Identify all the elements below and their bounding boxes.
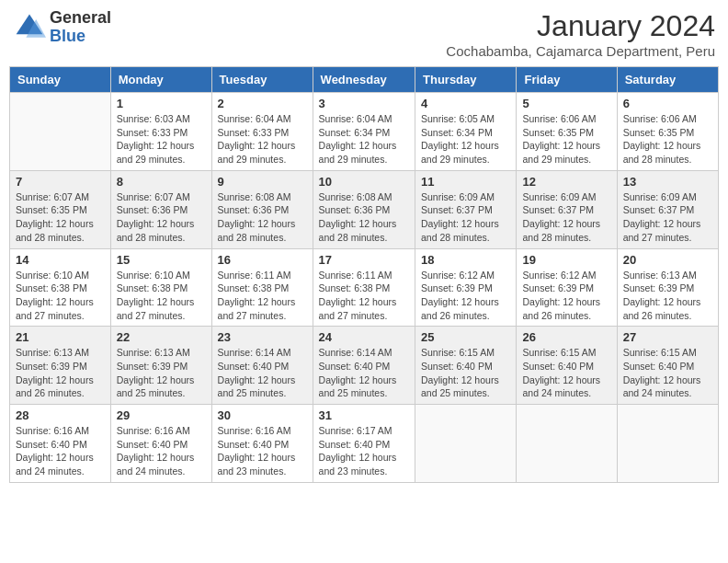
day-cell: 20Sunrise: 6:13 AM Sunset: 6:39 PM Dayli… <box>617 248 718 327</box>
day-header-tuesday: Tuesday <box>211 67 313 93</box>
day-cell: 15Sunrise: 6:10 AM Sunset: 6:38 PM Dayli… <box>110 248 211 327</box>
day-number: 3 <box>319 97 409 110</box>
day-cell: 9Sunrise: 6:08 AM Sunset: 6:36 PM Daylig… <box>211 170 313 248</box>
day-cell: 13Sunrise: 6:09 AM Sunset: 6:37 PM Dayli… <box>617 170 718 248</box>
week-row: 28Sunrise: 6:16 AM Sunset: 6:40 PM Dayli… <box>10 405 719 483</box>
month-title: January 2024 <box>446 9 715 43</box>
day-header-thursday: Thursday <box>415 67 517 93</box>
day-number: 12 <box>522 175 610 189</box>
day-cell: 22Sunrise: 6:13 AM Sunset: 6:39 PM Dayli… <box>110 327 211 405</box>
day-cell: 4Sunrise: 6:05 AM Sunset: 6:34 PM Daylig… <box>415 93 517 171</box>
day-number: 18 <box>421 253 510 267</box>
day-info: Sunrise: 6:14 AM Sunset: 6:40 PM Dayligh… <box>319 346 409 400</box>
day-cell <box>517 405 617 483</box>
day-info: Sunrise: 6:09 AM Sunset: 6:37 PM Dayligh… <box>623 190 712 245</box>
day-number: 27 <box>623 330 712 344</box>
week-row: 1Sunrise: 6:03 AM Sunset: 6:33 PM Daylig… <box>10 93 719 171</box>
day-number: 5 <box>522 97 610 110</box>
logo: General Blue <box>13 9 111 46</box>
day-info: Sunrise: 6:11 AM Sunset: 6:38 PM Dayligh… <box>218 269 307 323</box>
day-number: 23 <box>218 330 307 344</box>
day-number: 2 <box>218 97 307 110</box>
day-info: Sunrise: 6:16 AM Sunset: 6:40 PM Dayligh… <box>218 424 307 478</box>
week-row: 14Sunrise: 6:10 AM Sunset: 6:38 PM Dayli… <box>10 248 719 327</box>
day-info: Sunrise: 6:16 AM Sunset: 6:40 PM Dayligh… <box>16 424 105 478</box>
day-info: Sunrise: 6:05 AM Sunset: 6:34 PM Dayligh… <box>421 112 510 167</box>
day-info: Sunrise: 6:10 AM Sunset: 6:38 PM Dayligh… <box>117 269 206 323</box>
day-info: Sunrise: 6:14 AM Sunset: 6:40 PM Dayligh… <box>218 346 307 400</box>
day-info: Sunrise: 6:13 AM Sunset: 6:39 PM Dayligh… <box>16 346 105 400</box>
day-info: Sunrise: 6:15 AM Sunset: 6:40 PM Dayligh… <box>421 346 510 400</box>
day-info: Sunrise: 6:08 AM Sunset: 6:36 PM Dayligh… <box>319 190 409 245</box>
day-number: 6 <box>623 97 712 110</box>
day-info: Sunrise: 6:13 AM Sunset: 6:39 PM Dayligh… <box>623 269 712 323</box>
day-info: Sunrise: 6:12 AM Sunset: 6:39 PM Dayligh… <box>421 269 510 323</box>
day-info: Sunrise: 6:13 AM Sunset: 6:39 PM Dayligh… <box>117 346 206 400</box>
header: General Blue January 2024 Cochabamba, Ca… <box>9 9 719 59</box>
day-info: Sunrise: 6:06 AM Sunset: 6:35 PM Dayligh… <box>623 112 712 167</box>
day-cell: 27Sunrise: 6:15 AM Sunset: 6:40 PM Dayli… <box>617 327 718 405</box>
day-info: Sunrise: 6:04 AM Sunset: 6:33 PM Dayligh… <box>218 112 307 167</box>
day-header-wednesday: Wednesday <box>313 67 415 93</box>
day-number: 15 <box>117 253 206 267</box>
day-cell: 17Sunrise: 6:11 AM Sunset: 6:38 PM Dayli… <box>313 248 415 327</box>
day-header-sunday: Sunday <box>10 67 111 93</box>
day-info: Sunrise: 6:15 AM Sunset: 6:40 PM Dayligh… <box>522 346 610 400</box>
day-cell: 28Sunrise: 6:16 AM Sunset: 6:40 PM Dayli… <box>10 405 111 483</box>
day-info: Sunrise: 6:17 AM Sunset: 6:40 PM Dayligh… <box>319 424 409 478</box>
day-number: 21 <box>16 330 105 344</box>
day-number: 28 <box>16 408 105 422</box>
day-cell: 12Sunrise: 6:09 AM Sunset: 6:37 PM Dayli… <box>517 170 617 248</box>
day-cell: 19Sunrise: 6:12 AM Sunset: 6:39 PM Dayli… <box>517 248 617 327</box>
day-info: Sunrise: 6:09 AM Sunset: 6:37 PM Dayligh… <box>421 190 510 245</box>
day-info: Sunrise: 6:03 AM Sunset: 6:33 PM Dayligh… <box>117 112 206 167</box>
day-cell: 6Sunrise: 6:06 AM Sunset: 6:35 PM Daylig… <box>617 93 718 171</box>
week-row: 21Sunrise: 6:13 AM Sunset: 6:39 PM Dayli… <box>10 327 719 405</box>
day-cell: 5Sunrise: 6:06 AM Sunset: 6:35 PM Daylig… <box>517 93 617 171</box>
logo-blue: Blue <box>50 28 111 46</box>
day-cell: 7Sunrise: 6:07 AM Sunset: 6:35 PM Daylig… <box>10 170 111 248</box>
day-cell: 31Sunrise: 6:17 AM Sunset: 6:40 PM Dayli… <box>313 405 415 483</box>
logo-text: General Blue <box>50 9 111 46</box>
day-header-friday: Friday <box>517 67 617 93</box>
day-info: Sunrise: 6:06 AM Sunset: 6:35 PM Dayligh… <box>522 112 610 167</box>
week-row: 7Sunrise: 6:07 AM Sunset: 6:35 PM Daylig… <box>10 170 719 248</box>
day-number: 30 <box>218 408 307 422</box>
logo-icon <box>13 11 46 44</box>
day-number: 8 <box>117 175 206 189</box>
day-number: 26 <box>522 330 610 344</box>
day-info: Sunrise: 6:12 AM Sunset: 6:39 PM Dayligh… <box>522 269 610 323</box>
day-number: 14 <box>16 253 105 267</box>
day-number: 17 <box>319 253 409 267</box>
day-cell: 25Sunrise: 6:15 AM Sunset: 6:40 PM Dayli… <box>415 327 517 405</box>
day-info: Sunrise: 6:07 AM Sunset: 6:36 PM Dayligh… <box>117 190 206 245</box>
header-row: SundayMondayTuesdayWednesdayThursdayFrid… <box>10 67 719 93</box>
day-info: Sunrise: 6:16 AM Sunset: 6:40 PM Dayligh… <box>117 424 206 478</box>
day-number: 4 <box>421 97 510 110</box>
day-cell: 14Sunrise: 6:10 AM Sunset: 6:38 PM Dayli… <box>10 248 111 327</box>
day-cell <box>617 405 718 483</box>
day-cell: 24Sunrise: 6:14 AM Sunset: 6:40 PM Dayli… <box>313 327 415 405</box>
day-cell: 26Sunrise: 6:15 AM Sunset: 6:40 PM Dayli… <box>517 327 617 405</box>
day-cell <box>10 93 111 171</box>
logo-general: General <box>50 9 111 28</box>
day-number: 11 <box>421 175 510 189</box>
day-number: 29 <box>117 408 206 422</box>
day-number: 13 <box>623 175 712 189</box>
day-number: 25 <box>421 330 510 344</box>
day-info: Sunrise: 6:10 AM Sunset: 6:38 PM Dayligh… <box>16 269 105 323</box>
day-cell: 23Sunrise: 6:14 AM Sunset: 6:40 PM Dayli… <box>211 327 313 405</box>
day-cell: 2Sunrise: 6:04 AM Sunset: 6:33 PM Daylig… <box>211 93 313 171</box>
day-number: 7 <box>16 175 105 189</box>
day-cell: 11Sunrise: 6:09 AM Sunset: 6:37 PM Dayli… <box>415 170 517 248</box>
day-cell: 10Sunrise: 6:08 AM Sunset: 6:36 PM Dayli… <box>313 170 415 248</box>
day-cell: 29Sunrise: 6:16 AM Sunset: 6:40 PM Dayli… <box>110 405 211 483</box>
location-subtitle: Cochabamba, Cajamarca Department, Peru <box>446 43 715 59</box>
day-cell: 21Sunrise: 6:13 AM Sunset: 6:39 PM Dayli… <box>10 327 111 405</box>
day-cell: 8Sunrise: 6:07 AM Sunset: 6:36 PM Daylig… <box>110 170 211 248</box>
day-number: 31 <box>319 408 409 422</box>
day-info: Sunrise: 6:09 AM Sunset: 6:37 PM Dayligh… <box>522 190 610 245</box>
day-number: 20 <box>623 253 712 267</box>
day-info: Sunrise: 6:11 AM Sunset: 6:38 PM Dayligh… <box>319 269 409 323</box>
day-cell <box>415 405 517 483</box>
